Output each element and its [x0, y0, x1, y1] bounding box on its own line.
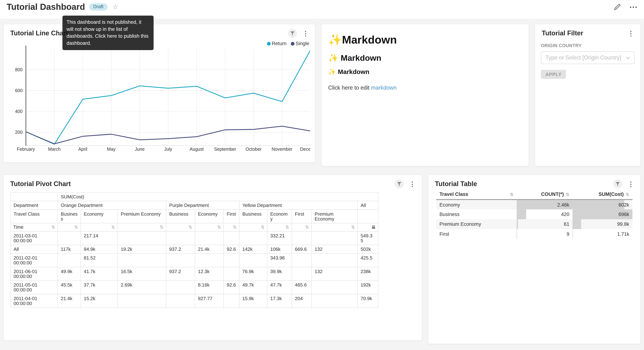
markdown-link[interactable]: markdown — [371, 84, 396, 91]
sort-icon[interactable]: ⇅ — [51, 224, 55, 230]
sum-bar — [572, 219, 581, 229]
table-row[interactable]: Economy2.46k602k — [436, 200, 632, 209]
column-header-travel-class[interactable]: Travel Class⇅ — [436, 189, 517, 200]
chart-menu-button[interactable]: ⋮ — [626, 180, 636, 188]
table-row[interactable]: Premium Economy6199.8k — [436, 219, 632, 229]
pivot-sort-cell: ⇊ — [358, 223, 378, 231]
chart-menu-button[interactable]: ⋮ — [408, 180, 417, 188]
pivot-cell: 92.6 — [224, 245, 239, 254]
pivot-cell — [312, 254, 358, 267]
edit-dashboard-button[interactable] — [614, 3, 621, 11]
sort-icon[interactable]: ⇅ — [351, 224, 355, 230]
sort-icon[interactable]: ⇅ — [305, 224, 309, 230]
pivot-cell — [224, 267, 239, 281]
pivot-sort-cell: ⇅ — [81, 223, 118, 231]
x-tick-label: September — [214, 146, 236, 152]
column-header-count[interactable]: COUNT(*)⇅ — [517, 189, 572, 200]
markdown-heading-1: ✨Markdown — [328, 33, 522, 46]
filter-body: ORIGIN COUNTRY Type or Select [Origin Co… — [535, 42, 640, 79]
pivot-title: Tutorial Pivot Chart — [10, 180, 395, 188]
y-tick-label: 200 — [15, 130, 23, 135]
favorite-star-icon[interactable]: ☆ — [112, 3, 118, 11]
pivot-col-header: First — [224, 210, 239, 223]
chevron-down-icon — [626, 56, 630, 59]
pivot-group-header: Purple Department — [166, 201, 239, 210]
pivot-cell: 927.77 — [195, 294, 224, 308]
x-tick-label: June — [135, 146, 144, 152]
pivot-cell: 204 — [292, 294, 312, 308]
pivot-cell: 21.4k — [195, 245, 224, 254]
pivot-cell: 465.6 — [292, 280, 312, 294]
table-row[interactable]: First91.71k — [436, 229, 632, 239]
legend-item-single[interactable]: Single — [290, 40, 309, 46]
pivot-table: SUM(Cost)DepartmentOrange DepartmentPurp… — [10, 192, 378, 308]
origin-country-select[interactable]: Type or Select [Origin Country] — [541, 51, 634, 64]
data-table: Travel Class⇅ COUNT(*)⇅ SUM(Cost)⇅ Econo… — [436, 189, 632, 239]
pivot-cell — [224, 254, 239, 267]
markdown-paragraph-text: Click here to edit — [328, 84, 371, 91]
pivot-table-area: SUM(Cost)DepartmentOrange DepartmentPurp… — [10, 192, 415, 336]
cross-filter-indicator-button[interactable] — [288, 29, 297, 38]
sort-icon[interactable]: ⇅ — [188, 224, 192, 230]
column-label: SUM(Cost) — [598, 191, 624, 197]
pivot-sort-cell: ⇅ — [292, 223, 312, 231]
sort-icon[interactable]: ⇊ — [372, 224, 375, 230]
table-title: Tutorial Table — [435, 180, 613, 188]
filter-menu-button[interactable]: ⋮ — [626, 30, 636, 37]
line-chart-svg: 200400600800FebruaryMarchAprilMayJuneJul… — [4, 43, 310, 155]
pivot-cell: 41.7k — [81, 267, 118, 281]
y-tick-label: 400 — [15, 109, 23, 114]
pivot-cell: 49.7k — [239, 280, 267, 294]
pivot-sort-cell: ⇅ — [118, 223, 166, 231]
pivot-cell: 70.9k — [358, 294, 378, 308]
pivot-cell: 425.5 — [358, 254, 378, 267]
chart-menu-button[interactable]: ⋮ — [301, 30, 310, 37]
more-options-button[interactable]: ⋯ — [629, 3, 637, 11]
sum-cell: 99.8k — [572, 219, 632, 229]
legend-item-return[interactable]: Return — [267, 40, 287, 46]
pivot-cell — [224, 294, 239, 308]
sort-icon[interactable]: ⇅ — [111, 224, 115, 230]
sort-icon[interactable]: ⇅ — [160, 224, 164, 230]
table-header-row: Travel Class⇅ COUNT(*)⇅ SUM(Cost)⇅ — [436, 189, 632, 200]
cross-filter-indicator-button[interactable] — [613, 179, 622, 188]
pivot-cell — [239, 254, 267, 267]
sort-icon[interactable]: ⇅ — [261, 224, 264, 230]
markdown-heading-2: ✨ Markdown — [328, 53, 522, 63]
markdown-heading-3: ✨ Markdown — [328, 68, 522, 76]
sort-icon[interactable]: ⇅ — [74, 224, 78, 230]
pivot-cell — [292, 267, 312, 281]
data-table-card: Tutorial Table ⋮ Travel Class⇅ — [428, 174, 641, 344]
draft-badge[interactable]: Draft — [89, 3, 108, 11]
pivot-group-header: All — [358, 201, 378, 210]
sort-icon[interactable]: ⇅ — [285, 224, 289, 230]
sum-bar — [572, 200, 624, 210]
sort-icon[interactable]: ⇅ — [233, 224, 236, 230]
pivot-row: 2011-03-01 00:00:00217.14332.21549.35 — [10, 232, 378, 245]
pivot-cell — [312, 280, 358, 294]
travel-class-cell: Economy — [436, 200, 517, 209]
pivot-row: 2011-02-01 00:00:0081.52343.98425.5 — [10, 254, 378, 267]
pivot-cell: 2.69k — [118, 280, 166, 294]
line-chart-area[interactable]: 200400600800FebruaryMarchAprilMayJuneJul… — [4, 43, 310, 161]
pivot-col-header: Business — [166, 210, 195, 223]
sort-caret-icon: ⇅ — [510, 192, 514, 196]
pivot-cell: 117k — [58, 245, 81, 254]
cross-filter-indicator-button[interactable] — [395, 179, 404, 188]
pivot-cell: 142k — [239, 245, 267, 254]
column-label: Travel Class — [439, 191, 468, 197]
column-header-sum-cost[interactable]: SUM(Cost)⇅ — [572, 189, 632, 200]
apply-button[interactable]: APPLY — [541, 70, 566, 79]
pivot-col-header: Economy — [195, 210, 224, 223]
filter-title: Tutorial Filter — [542, 30, 626, 37]
pivot-cell: 17.3k — [267, 294, 292, 308]
pivot-cell: 132 — [312, 267, 358, 281]
pivot-col-header: Economy — [81, 210, 118, 223]
pivot-cell — [118, 294, 166, 308]
sort-icon[interactable]: ⇅ — [217, 224, 221, 230]
count-cell: 61 — [517, 219, 572, 229]
pivot-col-header: Business — [239, 210, 267, 223]
pivot-cell: 37.7k — [81, 280, 118, 294]
table-row[interactable]: Business420696k — [436, 210, 632, 219]
pivot-cell — [239, 232, 267, 245]
